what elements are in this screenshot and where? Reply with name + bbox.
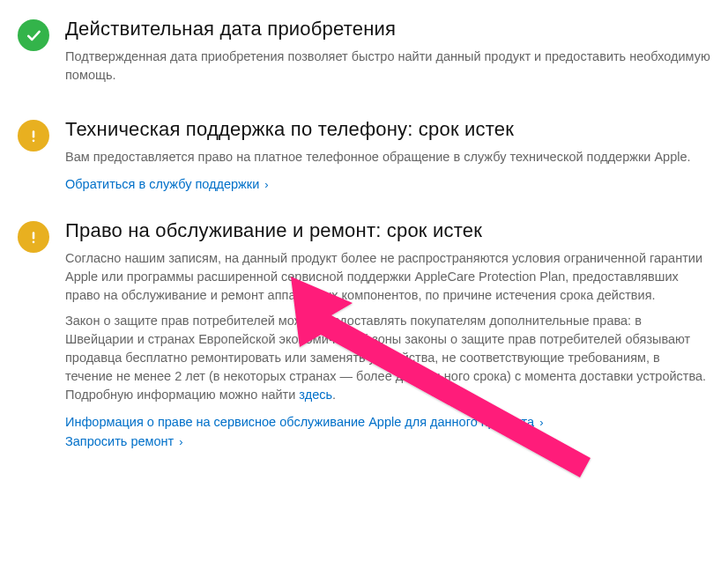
coverage-content: Техническая поддержка по телефону: срок … xyxy=(65,118,710,193)
coverage-item-purchase-date: Действительная дата приобретения Подтвер… xyxy=(18,18,710,92)
svg-point-1 xyxy=(33,140,35,143)
coverage-item-phone-support: Техническая поддержка по телефону: срок … xyxy=(18,118,710,193)
coverage-title: Действительная дата приобретения xyxy=(65,18,710,41)
chevron-right-icon: › xyxy=(539,416,543,429)
coverage-content: Действительная дата приобретения Подтвер… xyxy=(65,18,710,92)
chevron-right-icon: › xyxy=(264,178,268,191)
coverage-title: Техническая поддержка по телефону: срок … xyxy=(65,118,710,141)
exclamation-icon xyxy=(18,120,49,151)
here-link[interactable]: здесь xyxy=(299,388,332,402)
svg-rect-2 xyxy=(33,232,35,239)
coverage-content: Право на обслуживание и ремонт: срок ист… xyxy=(65,219,710,450)
svg-point-3 xyxy=(33,241,35,244)
link-text: Обратиться в службу поддержки xyxy=(65,177,259,191)
exclamation-icon xyxy=(18,221,49,253)
link-text: Информация о праве на сервисное обслужив… xyxy=(65,415,534,429)
request-repair-link[interactable]: Запросить ремонт › xyxy=(65,434,183,448)
svg-rect-0 xyxy=(33,130,35,137)
coverage-desc-2: Закон о защите прав потребителей может п… xyxy=(65,312,710,404)
chevron-right-icon: › xyxy=(179,435,182,448)
checkmark-icon xyxy=(18,19,49,51)
coverage-desc: Подтвержденная дата приобретения позволя… xyxy=(65,48,710,85)
coverage-item-service-repair: Право на обслуживание и ремонт: срок ист… xyxy=(18,219,710,450)
coverage-info-link[interactable]: Информация о праве на сервисное обслужив… xyxy=(65,415,544,429)
link-text: Запросить ремонт xyxy=(65,434,174,448)
coverage-title: Право на обслуживание и ремонт: срок ист… xyxy=(65,219,710,242)
coverage-desc: Вам предоставляется право на платное тел… xyxy=(65,148,710,166)
coverage-desc-1: Согласно нашим записям, на данный продук… xyxy=(65,249,710,305)
contact-support-link[interactable]: Обратиться в службу поддержки › xyxy=(65,177,269,191)
